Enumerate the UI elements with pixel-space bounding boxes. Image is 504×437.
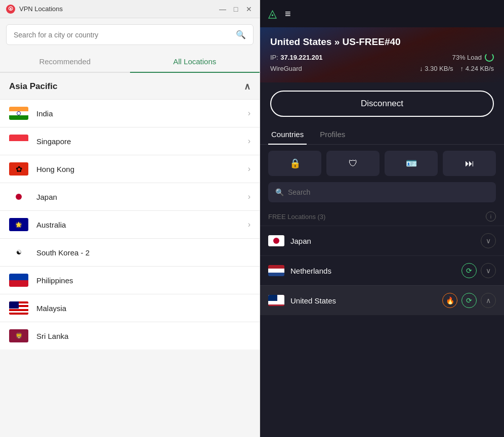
left-search-bar: 🔍 <box>6 24 254 45</box>
list-item[interactable]: Japan › <box>0 183 260 210</box>
section-label-free: FREE Locations (3) i <box>260 207 504 226</box>
info-button[interactable]: i <box>486 211 496 222</box>
fire-icon[interactable]: 🔥 <box>442 293 457 308</box>
location-list: Asia Pacific ∧ India › Si <box>0 73 260 437</box>
list-item[interactable]: Malaysia <box>0 294 260 322</box>
japan-flag-dark <box>268 235 284 246</box>
country-name: Philippines <box>36 276 250 285</box>
country-name: Singapore <box>36 137 248 146</box>
tab-profiles[interactable]: Profiles <box>317 125 348 145</box>
filter-shield-button[interactable]: 🛡 <box>326 151 380 176</box>
list-item[interactable]: 🌟 Australia › <box>0 210 260 238</box>
location-tabs: Recommended All Locations <box>0 51 260 73</box>
upload-speed: ↑ 4.24 KB/s <box>460 65 494 72</box>
search-icon: 🔍 <box>236 30 246 39</box>
srilanka-flag: 🦁 <box>9 329 28 342</box>
india-flag <box>9 107 28 120</box>
minimize-button[interactable]: — <box>218 5 227 14</box>
left-panel: ⦿ VPN Locations — □ ✕ 🔍 Recommended All … <box>0 0 260 437</box>
hongkong-flag: ✿ <box>9 162 28 176</box>
section-collapse-icon[interactable]: ∧ <box>244 81 250 92</box>
chevron-right-icon: › <box>248 220 250 229</box>
list-item[interactable]: ☯ South Korea - 2 <box>0 238 260 266</box>
countries-profiles-tabs: Countries Profiles <box>260 125 504 145</box>
chevron-right-icon: › <box>248 137 250 146</box>
connection-section: United States » US-FREE#40 IP: 37.19.221… <box>260 27 504 82</box>
singapore-flag <box>9 135 28 148</box>
filter-icons: 🔒 🛡 🪪 ⏭ <box>260 151 504 176</box>
row-actions: ⟳ ∨ <box>461 263 496 278</box>
connect-icon[interactable]: ⟳ <box>461 293 477 308</box>
list-item[interactable]: ✿ Hong Kong › <box>0 155 260 183</box>
close-button[interactable]: ✕ <box>244 5 254 14</box>
country-name: South Korea - 2 <box>36 248 250 257</box>
chevron-right-icon: › <box>248 164 250 173</box>
tab-countries[interactable]: Countries <box>268 125 307 145</box>
filter-lock-button[interactable]: 🔒 <box>268 151 321 176</box>
protocol-row: WireGuard ↓ 3.30 KB/s ↑ 4.24 KB/s <box>270 65 494 72</box>
search-input[interactable] <box>14 31 232 39</box>
right-header: ◬ ≡ <box>260 0 504 27</box>
chevron-down-icon[interactable]: ∨ <box>481 233 496 248</box>
tab-all-locations[interactable]: All Locations <box>130 51 260 73</box>
load-circle-icon <box>485 53 494 62</box>
list-item[interactable]: United States 🔥 ⟳ ∧ <box>260 285 504 315</box>
malaysia-flag <box>9 301 28 315</box>
app-title: VPN Locations <box>19 5 63 13</box>
japan-flag <box>9 190 28 203</box>
country-name: Australia <box>36 221 248 229</box>
connection-name: United States » US-FREE#40 <box>270 36 494 48</box>
row-actions: 🔥 ⟳ ∧ <box>442 293 496 308</box>
chevron-down-icon[interactable]: ∨ <box>481 263 496 278</box>
filter-fast-button[interactable]: ⏭ <box>443 151 496 176</box>
maximize-button[interactable]: □ <box>231 5 240 14</box>
southkorea-flag: ☯ <box>9 246 28 259</box>
chevron-right-icon: › <box>248 192 250 201</box>
chevron-up-icon[interactable]: ∧ <box>481 293 496 308</box>
usa-flag-dark <box>268 295 284 306</box>
country-name: Japan <box>36 193 248 201</box>
list-item[interactable]: Netherlands ⟳ ∨ <box>260 255 504 285</box>
country-name: Malaysia <box>36 304 250 313</box>
ip-info: IP: 37.19.221.201 <box>270 53 323 62</box>
window-controls: — □ ✕ <box>218 5 254 14</box>
netherlands-flag-dark <box>268 265 284 276</box>
list-item[interactable]: Japan ∨ <box>260 226 504 255</box>
philippines-flag <box>9 274 28 287</box>
list-item[interactable]: Philippines <box>0 266 260 294</box>
load-info: 73% Load <box>452 53 494 62</box>
download-speed: ↓ 3.30 KB/s <box>419 65 453 72</box>
title-bar: ⦿ VPN Locations — □ ✕ <box>0 0 260 18</box>
section-header-asia-pacific: Asia Pacific ∧ <box>0 73 260 99</box>
chevron-right-icon: › <box>248 109 250 118</box>
filter-card-button[interactable]: 🪪 <box>385 151 438 176</box>
dark-search-bar: 🔍 <box>268 182 496 202</box>
right-panel: ◬ ≡ United States » US-FREE#40 IP: 37.19… <box>260 0 504 437</box>
list-item[interactable]: India › <box>0 99 260 127</box>
disconnect-button[interactable]: Disconnect <box>270 91 494 117</box>
app-icon: ⦿ <box>6 5 15 14</box>
australia-flag: 🌟 <box>9 218 28 231</box>
search-dark-icon: 🔍 <box>275 188 284 196</box>
connect-icon[interactable]: ⟳ <box>461 263 477 278</box>
country-name: India <box>36 109 248 118</box>
vpn-logo-icon: ◬ <box>268 7 277 20</box>
list-item[interactable]: Singapore › <box>0 127 260 155</box>
menu-button[interactable]: ≡ <box>285 8 291 20</box>
row-actions: ∨ <box>481 233 496 248</box>
tab-recommended[interactable]: Recommended <box>0 51 130 73</box>
traffic-info: ↓ 3.30 KB/s ↑ 4.24 KB/s <box>419 65 494 72</box>
list-item[interactable]: 🦁 Sri Lanka <box>0 322 260 349</box>
country-name: Hong Kong <box>36 165 248 173</box>
title-bar-left: ⦿ VPN Locations <box>6 5 63 14</box>
country-name: Sri Lanka <box>36 332 250 340</box>
dark-search-input[interactable] <box>288 188 489 196</box>
